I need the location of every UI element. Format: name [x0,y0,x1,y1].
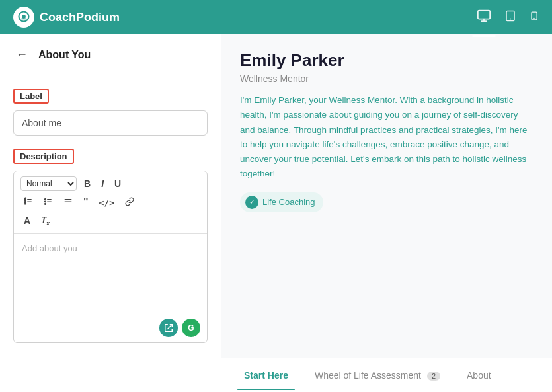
bullet-list-button[interactable] [40,196,56,210]
tab-wheel-label: Wheel of Life Assessment [315,370,421,381]
editor-placeholder: Add about you [22,243,77,253]
editor-footer: G [14,313,207,342]
tablet-icon[interactable] [504,9,516,26]
tag-check-icon: ✓ [245,196,258,209]
svg-point-18 [44,198,46,200]
tab-about-label: About [467,370,491,381]
text-color-button[interactable]: A [20,214,34,227]
panel-content: Label Description Normal Heading 1 Headi… [0,75,221,370]
label-field-label: Label [13,89,49,104]
ordered-list-button[interactable]: 123 [20,196,36,210]
tab-start-here-label: Start Here [244,370,288,381]
italic-button[interactable]: I [98,177,107,190]
description-field-label: Description [13,149,74,164]
panel-header: ← About You [0,34,221,75]
link-button[interactable] [122,196,138,210]
tag-label: Life Coaching [262,197,315,207]
logo[interactable]: CoachPodium [13,7,120,28]
underline-button[interactable]: U [111,177,124,190]
blockquote-button[interactable]: " [80,195,92,210]
profile-bio: I'm Emily Parker, your Wellness Mentor. … [240,93,533,182]
label-input[interactable] [13,110,208,136]
label-section: Label [13,89,208,136]
app-name: CoachPodium [40,11,120,24]
profile-title: Wellness Mentor [240,73,533,84]
toolbar-row-2: 123 " </> [20,195,200,210]
toolbar-row-1: Normal Heading 1 Heading 2 B I U [20,176,200,191]
bold-button[interactable]: B [81,177,94,190]
left-panel: ← About You Label Description Normal [0,34,221,392]
toolbar: Normal Heading 1 Heading 2 B I U 123 [14,171,207,234]
svg-point-20 [44,203,46,204]
panel-title: About You [38,49,91,61]
logo-icon [13,7,34,28]
svg-point-19 [44,201,46,202]
main-layout: ← About You Label Description Normal [0,34,552,392]
desktop-icon[interactable] [477,9,491,26]
align-button[interactable] [60,196,76,210]
clear-format-button[interactable]: Tx [38,214,53,228]
code-button[interactable]: </> [96,196,118,209]
svg-point-1 [22,15,26,19]
circle-arrow-button[interactable] [159,319,178,337]
toolbar-row-3: A Tx [20,214,200,228]
bottom-tabs: Start Here Wheel of Life Assessment 2 Ab… [221,358,552,392]
device-switcher [477,9,539,26]
tab-wheel-badge: 2 [427,372,440,381]
rich-text-editor: Normal Heading 1 Heading 2 B I U 123 [13,171,208,343]
top-navigation: CoachPodium [0,0,552,34]
profile-name: Emily Parker [240,50,533,71]
tab-about[interactable]: About [460,361,498,390]
svg-rect-2 [478,10,490,19]
format-select[interactable]: Normal Heading 1 Heading 2 [20,176,77,191]
tab-start-here[interactable]: Start Here [237,361,295,390]
editor-body[interactable]: Add about you [14,234,207,313]
mobile-icon[interactable] [530,9,539,26]
grammarly-button[interactable]: G [182,319,200,337]
back-button[interactable]: ← [13,45,30,64]
right-panel: Emily Parker Wellness Mentor I'm Emily P… [221,34,552,392]
tag-badge: ✓ Life Coaching [240,192,323,212]
profile-section: Emily Parker Wellness Mentor I'm Emily P… [221,34,552,223]
svg-text:3: 3 [24,202,26,205]
tab-wheel-of-life[interactable]: Wheel of Life Assessment 2 [308,361,447,390]
description-section: Description Normal Heading 1 Heading 2 B… [13,149,208,343]
